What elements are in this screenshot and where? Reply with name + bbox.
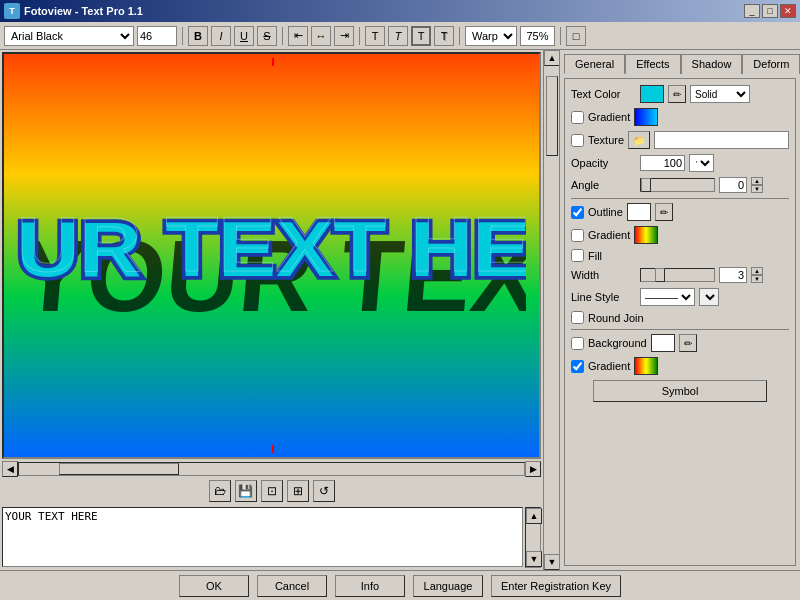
gradient-swatch[interactable] bbox=[634, 108, 658, 126]
open-file-button[interactable]: 🗁 bbox=[209, 480, 231, 502]
angle-label: Angle bbox=[571, 179, 636, 191]
round-join-label: Round Join bbox=[588, 312, 644, 324]
text-color-row: Text Color ✏ Solid Gradient bbox=[571, 85, 789, 103]
angle-row: Angle ▲ ▼ bbox=[571, 177, 789, 193]
refresh-button[interactable]: ↺ bbox=[313, 480, 335, 502]
vscroll-track[interactable] bbox=[544, 66, 559, 554]
canvas-scroll-down[interactable]: ▼ bbox=[544, 554, 559, 570]
width-up-button[interactable]: ▲ bbox=[751, 267, 763, 275]
text-btn2[interactable]: T bbox=[388, 26, 408, 46]
text-btn4[interactable]: T bbox=[434, 26, 454, 46]
text-edit-input[interactable]: YOUR TEXT HERE bbox=[2, 507, 523, 567]
bold-button[interactable]: B bbox=[188, 26, 208, 46]
outline-gradient-label: Gradient bbox=[588, 229, 630, 241]
tab-effects[interactable]: Effects bbox=[625, 54, 680, 74]
outline-checkbox[interactable] bbox=[571, 206, 584, 219]
align-right-button[interactable]: ⇥ bbox=[334, 26, 354, 46]
angle-up-button[interactable]: ▲ bbox=[751, 177, 763, 185]
line-style-label: Line Style bbox=[571, 291, 636, 303]
background-eyedropper[interactable]: ✏ bbox=[679, 334, 697, 352]
texture-folder-button[interactable]: 📁 bbox=[628, 131, 650, 149]
tab-general[interactable]: General bbox=[564, 54, 625, 74]
info-button[interactable]: Info bbox=[335, 575, 405, 597]
strikethrough-button[interactable]: S bbox=[257, 26, 277, 46]
separator4 bbox=[459, 27, 460, 45]
scroll-right-button[interactable]: ▶ bbox=[525, 461, 541, 477]
angle-down-button[interactable]: ▼ bbox=[751, 185, 763, 193]
extra-button[interactable]: □ bbox=[566, 26, 586, 46]
warp-percent-input[interactable] bbox=[520, 26, 555, 46]
canvas-area: YOUR TEXT HERE YOUR TEXT HERE bbox=[0, 50, 560, 570]
bg-gradient-row: Gradient bbox=[571, 357, 789, 375]
width-input[interactable] bbox=[719, 267, 747, 283]
close-button[interactable]: ✕ bbox=[780, 4, 796, 18]
background-checkbox[interactable] bbox=[571, 337, 584, 350]
text-color-eyedropper[interactable]: ✏ bbox=[668, 85, 686, 103]
registration-button[interactable]: Enter Registration Key bbox=[491, 575, 621, 597]
separator1 bbox=[182, 27, 183, 45]
ok-button[interactable]: OK bbox=[179, 575, 249, 597]
bg-gradient-checkbox[interactable] bbox=[571, 360, 584, 373]
angle-input[interactable] bbox=[719, 177, 747, 193]
outline-color-swatch[interactable] bbox=[627, 203, 651, 221]
divider1 bbox=[571, 198, 789, 199]
tabs-bar: General Effects Shadow Deform bbox=[564, 54, 796, 74]
background-color-swatch[interactable] bbox=[651, 334, 675, 352]
save-button[interactable]: 💾 bbox=[235, 480, 257, 502]
outline-gradient-swatch[interactable] bbox=[634, 226, 658, 244]
font-select[interactable]: Arial Black bbox=[4, 26, 134, 46]
bg-gradient-label: Gradient bbox=[588, 360, 630, 372]
text-btn1[interactable]: T bbox=[365, 26, 385, 46]
opacity-input[interactable] bbox=[640, 155, 685, 171]
text-color-swatch[interactable] bbox=[640, 85, 664, 103]
outline-gradient-checkbox[interactable] bbox=[571, 229, 584, 242]
gradient-checkbox[interactable] bbox=[571, 111, 584, 124]
bottom-bar: OK Cancel Info Language Enter Registrati… bbox=[0, 570, 800, 600]
opacity-select[interactable]: ▼ bbox=[689, 154, 714, 172]
separator5 bbox=[560, 27, 561, 45]
line-style-end-select[interactable]: ▼ bbox=[699, 288, 719, 306]
line-style-select[interactable]: ——— - - - · · · bbox=[640, 288, 695, 306]
maximize-button[interactable]: □ bbox=[762, 4, 778, 18]
fit-button[interactable]: ⊡ bbox=[261, 480, 283, 502]
minimize-button[interactable]: _ bbox=[744, 4, 760, 18]
outline-eyedropper[interactable]: ✏ bbox=[655, 203, 673, 221]
separator2 bbox=[282, 27, 283, 45]
bg-gradient-swatch[interactable] bbox=[634, 357, 658, 375]
width-down-button[interactable]: ▼ bbox=[751, 275, 763, 283]
right-panel: General Effects Shadow Deform Text Color… bbox=[560, 50, 800, 570]
canvas-scroll-up[interactable]: ▲ bbox=[544, 50, 559, 66]
language-button[interactable]: Language bbox=[413, 575, 483, 597]
warp-text-svg: YOUR TEXT HERE YOUR TEXT HERE bbox=[17, 84, 525, 427]
italic-button[interactable]: I bbox=[211, 26, 231, 46]
cancel-button[interactable]: Cancel bbox=[257, 575, 327, 597]
tab-deform[interactable]: Deform bbox=[742, 54, 800, 74]
texture-checkbox[interactable] bbox=[571, 134, 584, 147]
background-label: Background bbox=[588, 337, 647, 349]
text-scroll-up[interactable]: ▲ bbox=[526, 508, 542, 524]
vscroll-thumb[interactable] bbox=[546, 76, 558, 156]
scroll-left-button[interactable]: ◀ bbox=[2, 461, 18, 477]
text-scroll-down[interactable]: ▼ bbox=[526, 551, 542, 567]
svg-text:YOUR TEXT HERE: YOUR TEXT HERE bbox=[17, 201, 525, 287]
width-slider[interactable] bbox=[640, 268, 715, 282]
round-join-checkbox[interactable] bbox=[571, 311, 584, 324]
text-color-type-select[interactable]: Solid Gradient bbox=[690, 85, 750, 103]
gradient-row: Gradient bbox=[571, 108, 789, 126]
align-left-button[interactable]: ⇤ bbox=[288, 26, 308, 46]
hscroll-track[interactable] bbox=[18, 462, 525, 476]
align-center-button[interactable]: ↔ bbox=[311, 26, 331, 46]
titlebar-buttons[interactable]: _ □ ✕ bbox=[744, 4, 796, 18]
window-title: Fotoview - Text Pro 1.1 bbox=[24, 5, 143, 17]
angle-slider[interactable] bbox=[640, 178, 715, 192]
symbol-button[interactable]: Symbol bbox=[593, 380, 767, 402]
underline-button[interactable]: U bbox=[234, 26, 254, 46]
fill-checkbox[interactable] bbox=[571, 249, 584, 262]
text-btn3[interactable]: T bbox=[411, 26, 431, 46]
font-size-input[interactable] bbox=[137, 26, 177, 46]
warp-select[interactable]: Warp bbox=[465, 26, 517, 46]
zoom-button[interactable]: ⊞ bbox=[287, 480, 309, 502]
hscroll-bar: ◀ ▶ bbox=[2, 461, 541, 477]
tab-shadow[interactable]: Shadow bbox=[681, 54, 743, 74]
hscroll-thumb[interactable] bbox=[59, 463, 179, 475]
